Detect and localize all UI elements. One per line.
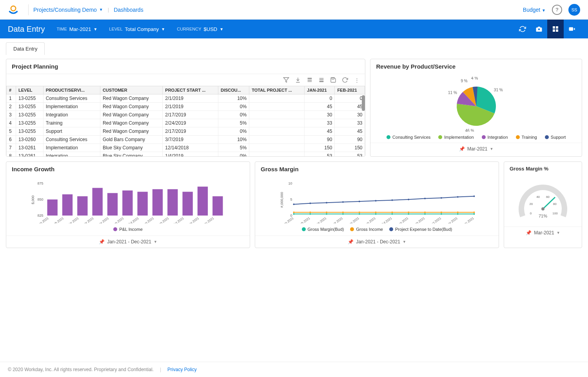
export-icon[interactable] — [305, 76, 314, 84]
privacy-link[interactable]: Privacy Policy — [167, 367, 197, 372]
refresh-icon[interactable] — [514, 20, 531, 38]
table-header[interactable]: PROJECT START ... — [163, 86, 218, 94]
panel-footer-time[interactable]: 📌 Jan-2021 - Dec-2021 ▼ — [6, 236, 250, 248]
chevron-down-icon: ▼ — [490, 147, 493, 151]
legend-item: Gross Margin(Bud) — [302, 227, 344, 232]
svg-text:#,000,000: #,000,000 — [280, 192, 284, 208]
svg-text:Jan 2021: Jan 2021 — [282, 216, 295, 223]
svg-rect-33 — [138, 192, 148, 216]
svg-text:Mar 2021: Mar 2021 — [66, 216, 79, 223]
svg-rect-29 — [107, 193, 118, 216]
svg-rect-10 — [319, 81, 324, 82]
filter-icon[interactable] — [282, 76, 290, 84]
svg-text:Feb 2021: Feb 2021 — [51, 216, 64, 223]
grid-view-icon[interactable] — [547, 20, 564, 38]
chevron-down-icon[interactable]: ▼ — [99, 7, 103, 12]
budget-dropdown[interactable]: Budget ▼ — [523, 7, 546, 13]
panel-project-planning: Project Planning ⋮ #LEVELPRODUCT/SERVI..… — [6, 59, 365, 157]
panel-footer-time[interactable]: 📌 Jan-2021 - Dec-2021 ▼ — [255, 236, 499, 248]
svg-rect-39 — [183, 192, 193, 216]
filter-time[interactable]: TIME Mar-2021 ▼ — [56, 26, 97, 32]
pin-icon: 📌 — [99, 239, 105, 245]
scrollbar-vertical[interactable] — [362, 95, 365, 111]
breadcrumb-projects[interactable]: Projects/Consulting Demo — [33, 7, 97, 13]
video-icon[interactable] — [564, 20, 580, 38]
table-header[interactable]: LEVEL — [16, 86, 44, 94]
tabs-bar: Data Entry — [0, 38, 588, 55]
panel-title: Gross Margin % — [504, 162, 582, 176]
table-row[interactable]: 313-0255IntegrationRed Wagon Company2/17… — [7, 111, 365, 119]
panel-title: Revenue by Product/Service — [370, 59, 582, 74]
svg-text:875: 875 — [37, 181, 43, 185]
table-header[interactable]: # — [7, 86, 16, 94]
gauge-chart: 02040608010071% — [514, 179, 572, 223]
legend-item: Consulting Services — [387, 135, 430, 140]
svg-rect-25 — [77, 196, 87, 216]
panel-title: Income Growth — [6, 162, 250, 176]
panel-title: Gross Margin — [255, 162, 499, 176]
chevron-down-icon: ▼ — [161, 27, 165, 31]
svg-text:Mar 2021: Mar 2021 — [314, 216, 327, 223]
panel-revenue-pie: Revenue by Product/Service 31 %46 %11 %9… — [370, 59, 582, 157]
table-row[interactable]: 513-0255SupportRed Wagon Company2/17/201… — [7, 127, 365, 136]
import-icon[interactable] — [317, 76, 326, 84]
panel-footer-time[interactable]: 📌 Mar-2021 ▼ — [504, 227, 582, 239]
chevron-down-icon: ▼ — [93, 27, 97, 31]
panel-title: Project Planning — [6, 59, 365, 74]
svg-text:5: 5 — [290, 198, 292, 201]
svg-rect-7 — [308, 78, 312, 79]
table-row[interactable]: 113-0255Consulting ServicesRed Wagon Com… — [7, 94, 365, 103]
svg-rect-9 — [319, 78, 324, 81]
svg-text:Jun 2021: Jun 2021 — [364, 216, 377, 223]
table-header[interactable]: FEB-2021 — [335, 86, 365, 94]
svg-rect-8 — [308, 80, 312, 82]
table-header[interactable]: JAN-2021 — [305, 86, 335, 94]
table-row[interactable]: 213-0255ImplementationRed Wagon Company2… — [7, 103, 365, 111]
more-icon[interactable]: ⋮ — [352, 76, 361, 84]
table-row[interactable]: 613-0260Consulting ServicesGold Bars Com… — [7, 136, 365, 144]
svg-text:$,000: $,000 — [31, 196, 35, 205]
tab-data-entry[interactable]: Data Entry — [6, 42, 45, 55]
svg-point-0 — [11, 6, 16, 11]
svg-text:Apr 2021: Apr 2021 — [82, 216, 94, 223]
svg-text:Sep 2021: Sep 2021 — [156, 216, 170, 223]
divider — [28, 4, 29, 15]
table-row[interactable]: 713-0261ImplementationBlue Sky Company12… — [7, 144, 365, 152]
refresh-table-icon[interactable] — [341, 76, 349, 84]
table-row[interactable]: 813-0261IntegrationBlue Sky Company1/4/2… — [7, 152, 365, 157]
svg-text:May 2021: May 2021 — [347, 216, 360, 223]
project-planning-table[interactable]: #LEVELPRODUCT/SERVI...CUSTOMERPROJECT ST… — [6, 86, 365, 156]
svg-text:825: 825 — [37, 214, 43, 218]
breadcrumb-dashboards[interactable]: Dashboards — [114, 7, 143, 13]
download-icon[interactable] — [294, 76, 302, 84]
table-header[interactable]: TOTAL PROJECT ... — [249, 86, 305, 94]
legend-item: Integration — [482, 135, 508, 140]
filter-level[interactable]: LEVEL Total Company ▼ — [109, 26, 165, 32]
table-header[interactable]: DISCOU... — [218, 86, 249, 94]
svg-text:Jun 2021: Jun 2021 — [112, 216, 125, 223]
breadcrumb-separator: | — [108, 7, 109, 13]
svg-text:100: 100 — [552, 212, 558, 215]
help-icon[interactable]: ? — [552, 5, 562, 15]
svg-rect-35 — [152, 189, 163, 216]
table-row[interactable]: 413-0255TrainingRed Wagon Company2/24/20… — [7, 119, 365, 127]
table-header[interactable]: CUSTOMER — [100, 86, 162, 94]
panel-footer-time[interactable]: 📌 Mar-2021 ▼ — [370, 143, 582, 155]
svg-text:850: 850 — [37, 198, 43, 201]
svg-text:Dec 2021: Dec 2021 — [461, 216, 475, 223]
svg-text:Sep 2021: Sep 2021 — [412, 216, 426, 223]
table-header[interactable]: PRODUCT/SERVI... — [43, 86, 100, 94]
top-nav: Projects/Consulting Demo ▼ | Dashboards … — [0, 0, 588, 20]
user-avatar[interactable]: SS — [568, 4, 580, 16]
save-icon[interactable] — [329, 76, 338, 84]
svg-rect-3 — [556, 26, 558, 29]
pie-legend: Consulting ServicesImplementationIntegra… — [387, 135, 566, 140]
svg-rect-11 — [332, 78, 334, 79]
filter-currency[interactable]: CURRENCY $USD ▼ — [177, 26, 223, 32]
legend-item: Gross Income — [350, 227, 383, 232]
camera-icon[interactable] — [531, 20, 547, 38]
chevron-down-icon: ▼ — [220, 27, 223, 31]
svg-text:Dec 2021: Dec 2021 — [201, 216, 215, 223]
filter-bar: Data Entry TIME Mar-2021 ▼ LEVEL Total C… — [0, 20, 588, 38]
svg-text:0: 0 — [530, 212, 532, 215]
